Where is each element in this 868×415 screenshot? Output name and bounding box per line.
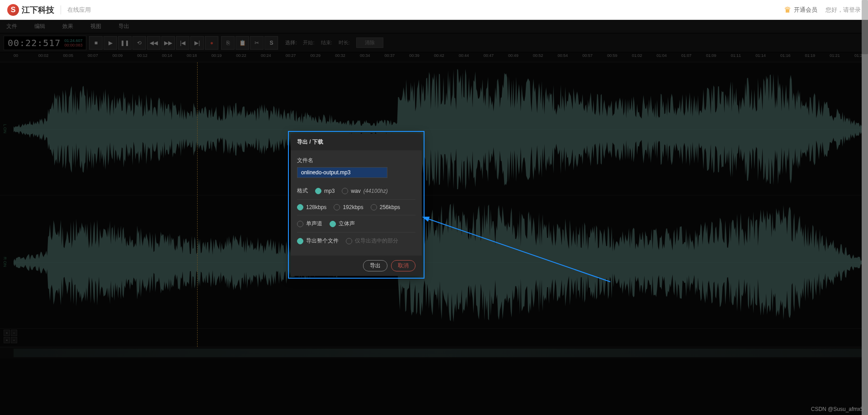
select-button[interactable]: S (264, 36, 278, 50)
online-app-label[interactable]: 在线应用 (67, 6, 91, 14)
time-elapsed: 00:00:083 (64, 43, 82, 47)
start-label: 开始: (303, 39, 314, 46)
radio-dot-icon (334, 204, 340, 210)
skip-start-button[interactable]: |◀ (176, 36, 189, 50)
filename-label: 文件名 (297, 157, 415, 164)
selection-info: 选择: 开始: 结束: 时长: 清除 (285, 37, 383, 48)
radio-dot-icon (371, 204, 377, 210)
track-toggle-plus-2[interactable]: + (4, 337, 10, 343)
radio-wav[interactable]: wav (44100hz) (342, 188, 387, 194)
channel-right-label: R ON (3, 257, 7, 267)
radio-dot-icon (342, 188, 348, 194)
vip-label: 开通会员 (794, 6, 817, 14)
waveform-area[interactable]: L ON R ON +− +− (0, 62, 868, 347)
timeline-ruler[interactable]: 0000:0200:0500:0700:0900:1200:1400:1800:… (0, 52, 868, 62)
cut-button[interactable]: ✂ (250, 36, 264, 50)
export-dialog-wrap: 导出 / 下载 文件名 格式 mp3 wav (44100hz) 128kbps… (291, 134, 422, 276)
pause-button[interactable]: ❚❚ (118, 36, 132, 50)
menu-file[interactable]: 文件 (6, 23, 17, 30)
radio-dot-icon (297, 221, 303, 227)
radio-export-all[interactable]: 导出整个文件 (297, 237, 339, 245)
watermark: CSDN @Susu_afmx5 (811, 406, 863, 412)
time-current: 00:22:517 (8, 37, 61, 48)
radio-stereo[interactable]: 立体声 (330, 220, 355, 228)
track-controls: +− +− (0, 329, 868, 345)
rewind-button[interactable]: ◀◀ (147, 36, 160, 50)
menu-view[interactable]: 视图 (90, 23, 101, 30)
radio-dot-icon (315, 188, 321, 194)
radio-256[interactable]: 256kbps (371, 204, 400, 210)
waveform-right (14, 196, 868, 330)
track-toggle-minus[interactable]: − (11, 330, 17, 336)
edit-group: ⎘ 📋 ✂ S (221, 36, 278, 50)
export-button[interactable]: 导出 (363, 260, 387, 271)
menu-effects[interactable]: 效果 (62, 23, 73, 30)
selection-label: 选择: (285, 39, 297, 46)
skip-end-button[interactable]: ▶| (190, 36, 204, 50)
time-display: 00:22:517 01:24.607 00:00:083 (4, 36, 86, 50)
radio-128[interactable]: 128kbps (297, 204, 326, 210)
duration-label: 时长: (339, 39, 350, 46)
menu-export[interactable]: 导出 (118, 23, 129, 30)
loop-button[interactable]: ⟲ (132, 36, 146, 50)
audio-editor: 文件 编辑 效果 视图 导出 00:22:517 01:24.607 00:00… (0, 20, 868, 415)
radio-dot-icon (346, 238, 352, 244)
minimap-waveform (14, 349, 863, 357)
dialog-title: 导出 / 下载 (291, 134, 422, 150)
scrollbar[interactable] (862, 0, 868, 415)
radio-dot-icon (297, 204, 303, 210)
forward-button[interactable]: ▶▶ (161, 36, 175, 50)
radio-dot-icon (297, 238, 303, 244)
end-label: 结束: (321, 39, 332, 46)
play-button[interactable]: ▶ (104, 36, 117, 50)
waveform-left (14, 62, 868, 196)
logo-icon: S (7, 4, 19, 16)
divider (61, 5, 61, 14)
radio-mp3[interactable]: mp3 (315, 188, 335, 194)
logo-text: 江下科技 (22, 5, 54, 15)
track-toggle-minus-2[interactable]: − (11, 337, 17, 343)
track-toggle-plus[interactable]: + (4, 330, 10, 336)
stop-button[interactable]: ■ (89, 36, 103, 50)
crown-icon: ♛ (784, 5, 791, 15)
minimap[interactable] (0, 347, 868, 359)
channel-left: L ON (0, 62, 868, 196)
radio-mono[interactable]: 单声道 (297, 220, 322, 228)
menu-edit[interactable]: 编辑 (34, 23, 45, 30)
login-link[interactable]: 您好，请登录 (826, 6, 861, 14)
radio-192[interactable]: 192kbps (334, 204, 363, 210)
radio-dot-icon (330, 221, 336, 227)
paste-button[interactable]: 📋 (236, 36, 249, 50)
toolbar: 00:22:517 01:24.607 00:00:083 ■ ▶ ❚❚ ⟲ ◀… (0, 33, 868, 52)
scroll-thumb[interactable] (862, 0, 868, 54)
time-total: 01:24.607 (64, 38, 82, 43)
format-label: 格式 (297, 187, 308, 195)
logo[interactable]: S 江下科技 (7, 4, 54, 16)
playhead[interactable] (197, 62, 198, 347)
channel-right: R ON (0, 196, 868, 329)
record-button[interactable]: ● (205, 36, 218, 50)
filename-input[interactable] (297, 167, 387, 178)
export-dialog: 导出 / 下载 文件名 格式 mp3 wav (44100hz) 128kbps… (291, 134, 422, 276)
vip-button[interactable]: ♛ 开通会员 (784, 5, 817, 15)
cancel-button[interactable]: 取消 (391, 260, 415, 271)
transport-group: ■ ▶ ❚❚ ⟲ ◀◀ ▶▶ |◀ ▶| ● (89, 36, 218, 50)
channel-left-label: L ON (3, 124, 7, 134)
copy-button[interactable]: ⎘ (221, 36, 235, 50)
top-header: S 江下科技 在线应用 ♛ 开通会员 您好，请登录 (0, 0, 868, 20)
clear-selection-button[interactable]: 清除 (356, 37, 383, 48)
menu-bar: 文件 编辑 效果 视图 导出 (0, 20, 868, 33)
radio-export-selection: 仅导出选中的部分 (346, 237, 398, 245)
